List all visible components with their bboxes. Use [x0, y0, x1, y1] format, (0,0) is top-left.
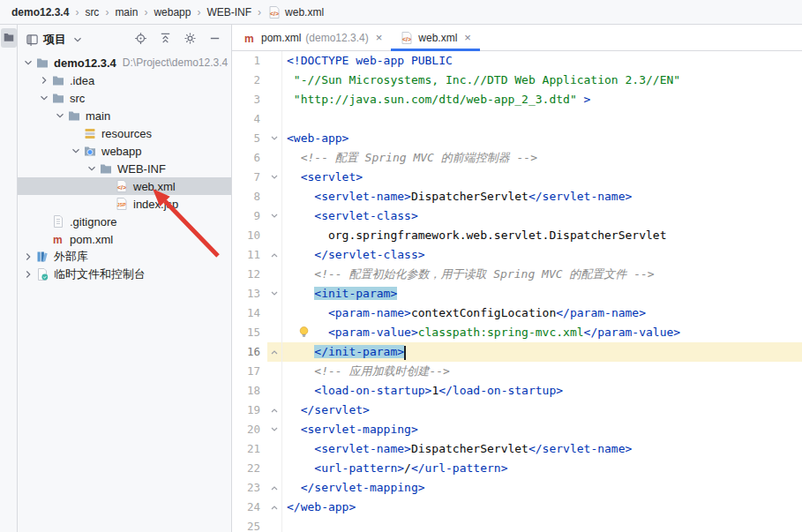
- tab-label: web.xml: [418, 32, 457, 44]
- breadcrumb-item-webapp[interactable]: webapp: [149, 4, 195, 20]
- chevron-down-icon[interactable]: [69, 144, 83, 158]
- code-text[interactable]: <servlet-name>DispatcherServlet</servlet…: [282, 187, 802, 206]
- chevron-down-icon[interactable]: [21, 56, 35, 70]
- code-text[interactable]: <param-name>contextConfigLocation</param…: [282, 303, 802, 323]
- fold-open-icon[interactable]: [267, 129, 282, 148]
- hide-button[interactable]: [207, 33, 221, 47]
- settings-button[interactable]: [183, 33, 197, 47]
- breadcrumb-item-demo12.3.4[interactable]: demo12.3.4: [7, 4, 73, 20]
- breadcrumb-item-WEB-INF[interactable]: WEB-INF: [202, 4, 256, 20]
- code-text[interactable]: <servlet-class>: [282, 206, 802, 226]
- tree-item-web.xml[interactable]: </>web.xml: [18, 177, 231, 195]
- fold-close-icon[interactable]: [267, 478, 282, 498]
- close-icon[interactable]: ×: [464, 31, 471, 44]
- tree-item-src[interactable]: src: [18, 89, 231, 107]
- chevron-down-icon[interactable]: [53, 109, 67, 123]
- line-number[interactable]: 11: [232, 245, 267, 265]
- code-text[interactable]: <init-param>: [282, 284, 802, 303]
- line-number[interactable]: 13: [232, 284, 267, 303]
- line-number[interactable]: 2: [232, 71, 267, 90]
- tree-item-WEB-INF[interactable]: WEB-INF: [18, 160, 231, 177]
- line-number[interactable]: 24: [232, 498, 267, 517]
- code-text[interactable]: <url-pattern>/</url-pattern>: [282, 459, 802, 478]
- tree-item-pom.xml[interactable]: mpom.xml: [18, 230, 231, 248]
- locate-button[interactable]: [133, 33, 147, 47]
- line-number[interactable]: 12: [232, 265, 267, 284]
- code-text[interactable]: </servlet>: [282, 401, 802, 420]
- tree-item-demo12.3.4[interactable]: demo12.3.4D:\Project\demo12.3.4: [18, 54, 231, 71]
- line-number[interactable]: 3: [232, 90, 267, 109]
- fold-open-icon[interactable]: [267, 168, 282, 187]
- code-text[interactable]: [282, 109, 802, 129]
- code-text[interactable]: <servlet-mapping>: [282, 420, 802, 439]
- code-text[interactable]: <param-value>classpath:spring-mvc.xml</p…: [282, 323, 802, 342]
- line-number[interactable]: 6: [232, 148, 267, 168]
- tree-item-index.jsp[interactable]: JSPindex.jsp: [18, 195, 231, 213]
- project-folder-stripe-button[interactable]: [1, 28, 17, 48]
- line-number[interactable]: 8: [232, 187, 267, 206]
- code-text[interactable]: "-//Sun Microsystems, Inc.//DTD Web Appl…: [282, 71, 802, 90]
- line-number[interactable]: 19: [232, 401, 267, 420]
- breadcrumb-item-web.xml[interactable]: </>web.xml: [263, 4, 328, 21]
- fold-close-icon[interactable]: [267, 245, 282, 265]
- fold-open-icon[interactable]: [267, 420, 282, 439]
- code-text[interactable]: <!-- 应用加载时创建-->: [282, 362, 802, 381]
- line-number[interactable]: 18: [232, 381, 267, 401]
- code-text[interactable]: <web-app>: [282, 129, 802, 148]
- line-number[interactable]: 23: [232, 478, 267, 498]
- code-text[interactable]: org.springframework.web.servlet.Dispatch…: [282, 226, 802, 245]
- code-text[interactable]: <servlet-name>DispatcherServlet</servlet…: [282, 439, 802, 459]
- breadcrumb-item-main[interactable]: main: [110, 4, 142, 20]
- code-text[interactable]: </servlet-class>: [282, 245, 802, 265]
- fold-close-icon[interactable]: [267, 498, 282, 517]
- fold-open-icon[interactable]: [267, 284, 282, 303]
- tab-pom.xml[interactable]: mpom.xml(demo12.3.4)×: [234, 25, 391, 50]
- line-number[interactable]: 25: [232, 517, 267, 532]
- code-text[interactable]: <!-- 配置 Spring MVC 的前端控制器 -->: [282, 148, 802, 168]
- chevron-down-icon[interactable]: [85, 161, 99, 176]
- code-text[interactable]: [282, 517, 802, 532]
- tab-web.xml[interactable]: </>web.xml×: [391, 25, 480, 50]
- code-text[interactable]: <!-- 配置初始化参数，用于读取 Spring MVC 的配置文件 -->: [282, 265, 802, 284]
- code-text[interactable]: <load-on-startup>1</load-on-startup>: [282, 381, 802, 401]
- chevron-right-icon[interactable]: [21, 267, 35, 281]
- code-text[interactable]: "http://java.sun.com/dtd/web-app_2_3.dtd…: [282, 90, 802, 109]
- line-number[interactable]: 7: [232, 168, 267, 187]
- line-number[interactable]: 5: [232, 129, 267, 148]
- code-text[interactable]: </servlet-mapping>: [282, 478, 802, 498]
- line-number[interactable]: 9: [232, 206, 267, 226]
- close-icon[interactable]: ×: [376, 31, 383, 44]
- code-text[interactable]: <servlet>: [282, 168, 802, 187]
- fold-open-icon[interactable]: [267, 206, 282, 226]
- line-number[interactable]: 20: [232, 420, 267, 439]
- chevron-right-icon[interactable]: [21, 250, 35, 264]
- code-text[interactable]: <!DOCTYPE web-app PUBLIC: [282, 51, 802, 71]
- line-number[interactable]: 16: [232, 342, 267, 362]
- fold-close-icon[interactable]: [267, 401, 282, 420]
- line-number[interactable]: 1: [232, 51, 267, 71]
- line-number[interactable]: 22: [232, 459, 267, 478]
- tree-item-外部库[interactable]: 外部库: [18, 248, 231, 266]
- breadcrumb-item-src[interactable]: src: [80, 4, 103, 20]
- project-view-selector[interactable]: 项目: [43, 32, 66, 48]
- code-text[interactable]: </web-app>: [282, 498, 802, 517]
- chevron-down-icon[interactable]: [37, 91, 51, 105]
- line-number[interactable]: 15: [232, 323, 267, 342]
- code-text[interactable]: </init-param>: [282, 342, 802, 362]
- tree-item-.gitignore[interactable]: .gitignore: [18, 213, 231, 230]
- line-number[interactable]: 14: [232, 303, 267, 323]
- intention-bulb-icon[interactable]: [297, 326, 311, 339]
- tree-item-resources[interactable]: resources: [18, 124, 231, 142]
- line-number[interactable]: 17: [232, 362, 267, 381]
- tree-item-main[interactable]: main: [18, 107, 231, 124]
- tree-item-临时文件和控制台[interactable]: 临时文件和控制台: [18, 266, 231, 283]
- collapse-all-button[interactable]: [158, 33, 172, 47]
- chevron-down-icon[interactable]: [71, 33, 85, 47]
- line-number[interactable]: 21: [232, 439, 267, 459]
- tree-item-.idea[interactable]: .idea: [18, 71, 231, 89]
- fold-close-icon[interactable]: [267, 342, 282, 362]
- chevron-right-icon[interactable]: [37, 73, 51, 87]
- tree-item-webapp[interactable]: webapp: [18, 142, 231, 160]
- line-number[interactable]: 10: [232, 226, 267, 245]
- line-number[interactable]: 4: [232, 109, 267, 129]
